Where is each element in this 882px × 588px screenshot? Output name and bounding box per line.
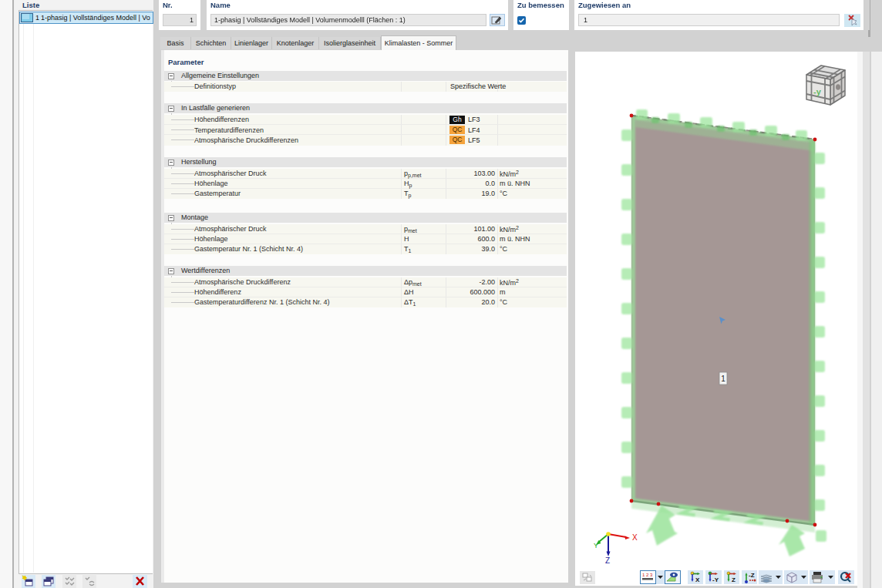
svg-text:X: X (632, 533, 638, 542)
svg-text:Y: Y (594, 542, 598, 549)
svg-text:1: 1 (721, 375, 725, 383)
svg-text:-Z: -Z (749, 572, 755, 579)
svg-text:-Y: -Y (712, 576, 719, 583)
svg-text:-y: -y (813, 87, 822, 96)
svg-text:Z: Z (732, 576, 736, 583)
svg-text:X: X (695, 576, 700, 583)
svg-text:Z: Z (605, 556, 610, 565)
svg-text:1 2 3: 1 2 3 (642, 573, 653, 577)
